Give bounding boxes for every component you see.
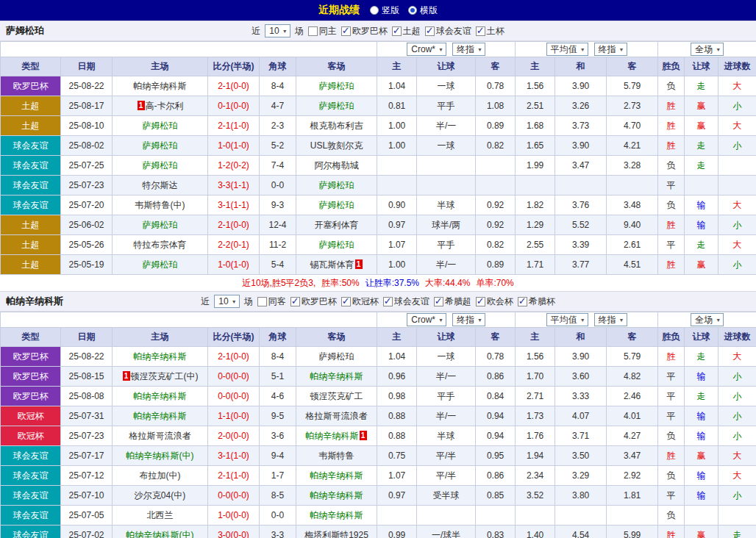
checkbox-icon[interactable]: [308, 26, 318, 36]
corner-count: 8-5: [260, 486, 296, 506]
checkbox-icon[interactable]: [476, 297, 485, 306]
handicap-away-odds: 0.85: [476, 486, 516, 506]
league-checkbox[interactable]: 希腊超: [434, 295, 471, 308]
checkbox-label: 欧罗巴杯: [302, 295, 337, 308]
scope-select[interactable]: 全场▼: [691, 43, 724, 56]
avg-home-odds: 1.73: [516, 406, 555, 426]
match-date: 25-07-17: [61, 446, 113, 466]
match-count-select[interactable]: 10▼: [214, 295, 239, 308]
match-score: 2-1(1-0): [208, 116, 260, 136]
match-count-select[interactable]: 10▼: [265, 24, 290, 37]
page-title: 近期战绩: [318, 4, 360, 17]
home-team: 萨姆松珀: [113, 156, 208, 176]
home-team-name: 顿涅茨克矿工(中): [131, 371, 199, 381]
result-goals: 小: [718, 96, 756, 116]
handicap-away-odds: [476, 156, 516, 176]
radio-icon[interactable]: [370, 6, 379, 15]
match-type-cell: 球会友谊: [1, 136, 61, 156]
average-select[interactable]: 平均值▼: [546, 313, 588, 326]
corner-count: 12-4: [260, 215, 296, 235]
odds-final-select[interactable]: 终指▼: [452, 313, 485, 326]
average-final-select[interactable]: 终指▼: [594, 313, 627, 326]
result-outcome: 负: [658, 76, 685, 96]
match-date: 25-08-22: [61, 347, 113, 367]
avg-away-odds: [607, 176, 658, 196]
checkbox-icon[interactable]: [425, 26, 435, 36]
chevron-down-icon: ▼: [477, 47, 482, 52]
league-checkbox[interactable]: 土超: [392, 25, 421, 37]
scope-select[interactable]: 全场▼: [691, 313, 724, 326]
match-score: 1-1(0-0): [208, 406, 260, 426]
match-row: 土超25-05-19萨姆松珀1-0(1-0)5-4锡瓦斯体育11.00半/一0.…: [1, 255, 756, 275]
column-header: 主: [516, 57, 555, 76]
checkbox-icon[interactable]: [518, 297, 527, 306]
handicap-line: 半球: [417, 196, 476, 215]
avg-draw-odds: 3.50: [555, 446, 607, 466]
checkbox-icon[interactable]: [257, 297, 267, 306]
match-date: 25-07-23: [61, 176, 113, 196]
checkbox-icon[interactable]: [341, 26, 351, 36]
match-date: 25-05-26: [61, 235, 113, 255]
league-checkbox[interactable]: 球会友谊: [383, 295, 429, 308]
layout-radio-vertical[interactable]: 竖版: [370, 4, 399, 17]
avg-home-odds: 2.51: [516, 96, 555, 116]
league-checkbox[interactable]: 希腊杯: [518, 295, 555, 308]
team-sections-container: 萨姆松珀近10▼场同主欧罗巴杯土超球会友谊土杯Crow*▼终指▼平均值▼终指▼全…: [0, 21, 756, 538]
select-value: 10: [218, 296, 228, 306]
average-final-select[interactable]: 终指▼: [594, 43, 627, 56]
handicap-home-odds: 1.04: [377, 76, 417, 96]
layout-radio-horizontal[interactable]: 横版: [408, 4, 438, 17]
checkbox-icon[interactable]: [434, 297, 443, 306]
select-value: 全场: [695, 314, 713, 326]
corner-count: 11-2: [260, 235, 296, 255]
league-checkbox[interactable]: 欧会杯: [476, 295, 513, 308]
match-type-cell: 欧罗巴杯: [1, 387, 61, 406]
radio-icon[interactable]: [408, 6, 417, 15]
result-handicap: 走: [685, 235, 718, 255]
checkbox-icon[interactable]: [290, 297, 300, 306]
checkbox-icon[interactable]: [341, 297, 351, 306]
corner-count: 5-2: [260, 136, 296, 156]
avg-draw-odds: 3.60: [555, 367, 607, 387]
match-date: 25-05-19: [61, 255, 113, 275]
home-team-name: 高-卡尔利: [146, 101, 184, 111]
away-team-name: 帕纳辛纳科斯: [310, 510, 363, 520]
handicap-home-odds: 0.88: [377, 426, 417, 446]
odds-source-select[interactable]: Crow*▼: [407, 313, 446, 326]
result-outcome: 胜: [658, 347, 685, 367]
same-venue-checkbox[interactable]: 同主: [308, 25, 337, 37]
select-value: 终指: [457, 314, 474, 326]
same-venue-checkbox[interactable]: 同客: [257, 295, 286, 308]
result-goals: 大: [718, 235, 756, 255]
league-checkbox[interactable]: 欧罗巴杯: [341, 25, 388, 37]
dropdown-row: Crow*▼终指▼平均值▼终指▼全场▼: [1, 312, 756, 328]
league-checkbox[interactable]: 土杯: [476, 25, 504, 37]
avg-draw-odds: 3.26: [555, 96, 607, 116]
checkbox-icon[interactable]: [392, 26, 402, 36]
home-team: 格拉斯哥流浪者: [113, 426, 208, 446]
result-goals: 小: [718, 367, 756, 387]
match-date: 25-08-15: [61, 367, 113, 387]
league-checkbox[interactable]: 欧罗巴杯: [290, 295, 337, 308]
odds-source-select[interactable]: Crow*▼: [407, 43, 446, 56]
checkbox-icon[interactable]: [476, 26, 485, 36]
away-team-name: 萨姆松珀: [319, 81, 354, 91]
handicap-home-odds: [377, 506, 417, 526]
checkbox-icon[interactable]: [383, 297, 393, 306]
average-select[interactable]: 平均值▼: [546, 43, 588, 56]
radio-label: 竖版: [382, 4, 399, 17]
result-goals: 大: [718, 116, 756, 136]
odds-final-select[interactable]: 终指▼: [452, 43, 485, 56]
league-checkbox[interactable]: 欧冠杯: [341, 295, 379, 308]
handicap-line: 平手: [417, 96, 476, 116]
home-team-name: 格拉斯哥流浪者: [129, 431, 191, 441]
away-team-name: 帕纳辛纳科斯: [310, 470, 363, 481]
avg-draw-odds: [555, 176, 607, 196]
team-filter-band: 萨姆松珀近10▼场同主欧罗巴杯土超球会友谊土杯: [0, 21, 756, 41]
away-team-name: 萨姆松珀: [319, 180, 354, 190]
select-value: 终指: [599, 43, 616, 56]
league-checkbox[interactable]: 球会友谊: [425, 25, 471, 37]
corner-count: 8-4: [260, 76, 296, 96]
match-score: 1-2(0-2): [208, 156, 260, 176]
avg-away-odds: 4.51: [607, 255, 658, 275]
